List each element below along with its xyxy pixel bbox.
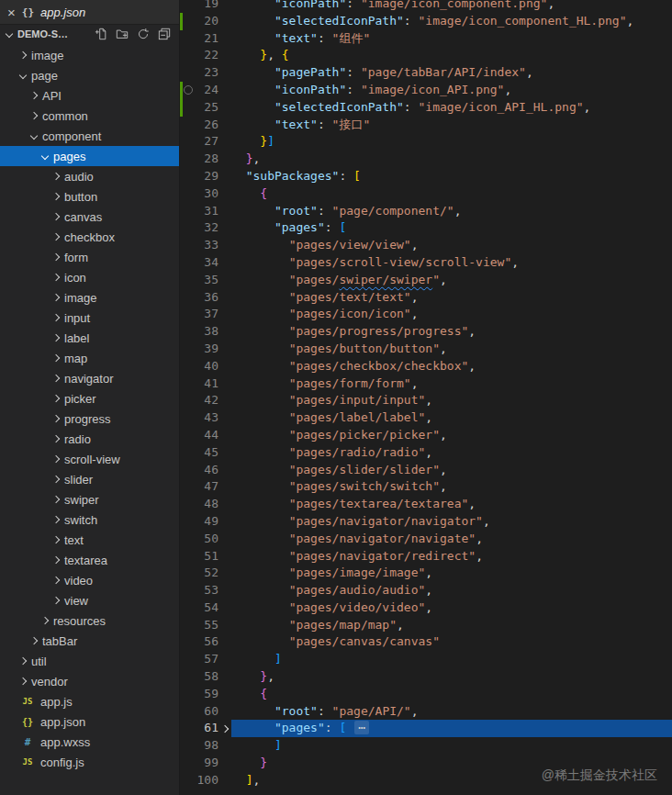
tree-item-slider[interactable]: slider bbox=[0, 469, 179, 489]
breakpoint-gutter[interactable] bbox=[183, 686, 194, 703]
line-number[interactable]: 58 bbox=[194, 668, 218, 686]
line-number[interactable]: 29 bbox=[194, 168, 218, 185]
code-line-26[interactable]: 26 "text": "接口" bbox=[180, 117, 672, 134]
breakpoint-gutter[interactable] bbox=[183, 289, 194, 307]
tree-item-swiper[interactable]: swiper bbox=[0, 489, 179, 509]
breakpoint-gutter[interactable] bbox=[183, 392, 194, 409]
breakpoint-gutter[interactable] bbox=[183, 272, 194, 289]
line-number[interactable]: 32 bbox=[194, 219, 218, 237]
code-line-48[interactable]: 48 "pages/textarea/textarea", bbox=[180, 496, 672, 513]
line-number[interactable]: 49 bbox=[194, 513, 218, 531]
line-number[interactable]: 36 bbox=[194, 289, 218, 307]
code-line-25[interactable]: 25 "selectedIconPath": "image/icon_API_H… bbox=[180, 99, 672, 117]
breakpoint-gutter[interactable] bbox=[183, 323, 194, 341]
breakpoint-gutter[interactable] bbox=[183, 133, 194, 151]
code-line-39[interactable]: 39 "pages/button/button", bbox=[180, 341, 672, 358]
editor-tab[interactable]: × {} app.json bbox=[0, 0, 179, 25]
line-number[interactable]: 37 bbox=[194, 306, 218, 323]
tree-item-navigator[interactable]: navigator bbox=[0, 368, 179, 388]
breakpoint-gutter[interactable] bbox=[183, 341, 194, 358]
breakpoint-gutter[interactable] bbox=[183, 548, 194, 565]
line-number[interactable]: 33 bbox=[194, 237, 218, 254]
new-folder-icon[interactable] bbox=[115, 27, 129, 41]
breakpoint-gutter[interactable] bbox=[183, 427, 194, 444]
breakpoint-gutter[interactable] bbox=[183, 358, 194, 375]
tree-item-config.js[interactable]: JSconfig.js bbox=[0, 752, 179, 772]
line-number[interactable]: 52 bbox=[194, 565, 218, 582]
code-line-57[interactable]: 57 ] bbox=[180, 651, 672, 668]
code-line-27[interactable]: 27 }] bbox=[180, 133, 672, 151]
line-number[interactable]: 59 bbox=[194, 686, 218, 703]
tree-item-image[interactable]: image bbox=[0, 45, 179, 65]
tree-item-API[interactable]: API bbox=[0, 85, 179, 106]
breakpoint-gutter[interactable] bbox=[183, 117, 194, 134]
code-line-38[interactable]: 38 "pages/progress/progress", bbox=[180, 323, 672, 341]
breakpoint-gutter[interactable] bbox=[183, 99, 194, 117]
line-number[interactable]: 30 bbox=[194, 185, 218, 203]
code-line-98[interactable]: 98 ] bbox=[180, 737, 672, 755]
tree-item-video[interactable]: video bbox=[0, 570, 179, 590]
breakpoint-gutter[interactable] bbox=[183, 565, 194, 582]
code-line-35[interactable]: 35 "pages/swiper/swiper", bbox=[180, 272, 672, 289]
breakpoint-gutter[interactable] bbox=[183, 306, 194, 323]
line-number[interactable]: 35 bbox=[194, 272, 218, 289]
tree-item-progress[interactable]: progress bbox=[0, 409, 179, 429]
fold-expand-icon[interactable] bbox=[218, 720, 231, 737]
breakpoint-gutter[interactable] bbox=[183, 531, 194, 548]
line-number[interactable]: 61 bbox=[194, 720, 218, 737]
line-number[interactable]: 56 bbox=[194, 633, 218, 651]
breakpoint-gutter[interactable] bbox=[183, 478, 194, 496]
tree-item-scroll-view[interactable]: scroll-view bbox=[0, 449, 179, 469]
close-icon[interactable]: × bbox=[7, 6, 16, 19]
line-number[interactable]: 38 bbox=[194, 323, 218, 341]
explorer-section-header[interactable]: DEMO-S… bbox=[0, 25, 179, 43]
tree-item-text[interactable]: text bbox=[0, 530, 179, 550]
line-number[interactable]: 31 bbox=[194, 203, 218, 220]
code-line-56[interactable]: 56 "pages/canvas/canvas" bbox=[180, 633, 672, 651]
breakpoint-gutter[interactable] bbox=[183, 219, 194, 237]
breakpoint-gutter[interactable] bbox=[183, 237, 194, 254]
tree-item-pages[interactable]: pages bbox=[0, 146, 179, 166]
line-number[interactable]: 43 bbox=[194, 409, 218, 427]
code-line-51[interactable]: 51 "pages/navigator/redirect", bbox=[180, 548, 672, 565]
code-line-54[interactable]: 54 "pages/video/video", bbox=[180, 599, 672, 617]
refresh-icon[interactable] bbox=[136, 27, 151, 41]
breakpoint-gutter[interactable] bbox=[183, 513, 194, 531]
breakpoint-gutter[interactable] bbox=[183, 64, 194, 82]
breakpoint-gutter[interactable] bbox=[183, 668, 194, 686]
line-number[interactable]: 55 bbox=[194, 617, 218, 634]
breakpoint-gutter[interactable] bbox=[183, 375, 194, 393]
line-number[interactable]: 25 bbox=[194, 99, 218, 117]
tree-item-label[interactable]: label bbox=[0, 328, 179, 348]
breakpoint-gutter[interactable] bbox=[183, 599, 194, 617]
tree-item-input[interactable]: input bbox=[0, 308, 179, 328]
breakpoint-gutter[interactable] bbox=[183, 633, 194, 651]
collapse-all-icon[interactable] bbox=[157, 27, 172, 41]
editor-pane[interactable]: 19 "iconPath": "image/icon_component.png… bbox=[180, 0, 672, 795]
tree-item-view[interactable]: view bbox=[0, 590, 179, 610]
code-line-59[interactable]: 59 { bbox=[180, 686, 672, 703]
breakpoint-gutter[interactable] bbox=[183, 151, 194, 168]
line-number[interactable]: 28 bbox=[194, 151, 218, 168]
tree-item-common[interactable]: common bbox=[0, 106, 179, 126]
new-file-icon[interactable] bbox=[94, 27, 108, 41]
code-line-19[interactable]: 19 "iconPath": "image/icon_component.png… bbox=[180, 0, 672, 13]
tree-item-app.json[interactable]: {}app.json bbox=[0, 711, 179, 732]
tree-item-page[interactable]: page bbox=[0, 65, 179, 85]
code-line-21[interactable]: 21 "text": "组件" bbox=[180, 30, 672, 48]
code-line-20[interactable]: 20 "selectedIconPath": "image/icon_compo… bbox=[180, 13, 672, 30]
line-number[interactable]: 19 bbox=[194, 0, 218, 13]
line-number[interactable]: 98 bbox=[194, 737, 218, 755]
code-line-41[interactable]: 41 "pages/form/form", bbox=[180, 375, 672, 393]
code-line-49[interactable]: 49 "pages/navigator/navigator", bbox=[180, 513, 672, 531]
line-number[interactable]: 34 bbox=[194, 254, 218, 272]
line-number[interactable]: 39 bbox=[194, 341, 218, 358]
tree-item-canvas[interactable]: canvas bbox=[0, 207, 179, 227]
code-line-29[interactable]: 29 "subPackages": [ bbox=[180, 168, 672, 185]
tree-item-button[interactable]: button bbox=[0, 186, 179, 207]
breakpoint-gutter[interactable] bbox=[183, 168, 194, 185]
breakpoint-gutter[interactable] bbox=[183, 737, 194, 755]
breakpoint-gutter[interactable] bbox=[183, 82, 194, 99]
line-number[interactable]: 45 bbox=[194, 444, 218, 462]
line-number[interactable]: 26 bbox=[194, 117, 218, 134]
